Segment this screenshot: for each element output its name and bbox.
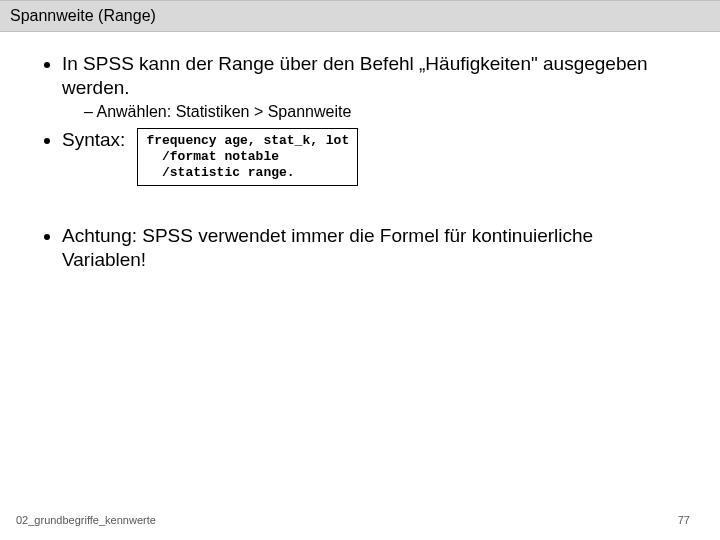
bullet-list: In SPSS kann der Range über den Befehl „… [40, 52, 680, 186]
bullet-item-syntax: Syntax: frequency age, stat_k, lot /form… [62, 128, 680, 187]
bullet-list-2: Achtung: SPSS verwendet immer die Formel… [40, 224, 680, 272]
bullet-text: In SPSS kann der Range über den Befehl „… [62, 53, 648, 98]
page-number: 77 [678, 514, 690, 526]
bullet-item: Achtung: SPSS verwendet immer die Formel… [62, 224, 680, 272]
bullet-item: In SPSS kann der Range über den Befehl „… [62, 52, 680, 122]
slide-footer: 02_grundbegriffe_kennwerte 77 [0, 514, 720, 526]
sub-bullet-item: Anwählen: Statistiken > Spannweite [84, 102, 680, 122]
slide-title-bar: Spannweite (Range) [0, 0, 720, 32]
slide-content: In SPSS kann der Range über den Befehl „… [0, 32, 720, 272]
code-box: frequency age, stat_k, lot /format notab… [137, 128, 358, 187]
footer-left: 02_grundbegriffe_kennwerte [16, 514, 156, 526]
syntax-label: Syntax: [62, 128, 125, 152]
sub-bullet-list: Anwählen: Statistiken > Spannweite [62, 102, 680, 122]
slide-title: Spannweite (Range) [10, 7, 156, 24]
